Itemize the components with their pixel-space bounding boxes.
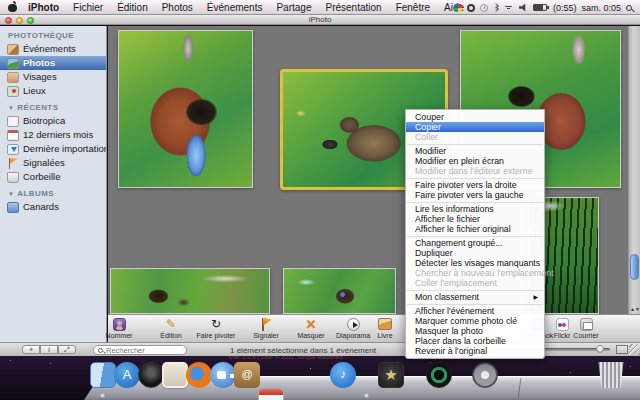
dock-app-store-icon[interactable]: A (114, 362, 140, 388)
flag-icon (7, 158, 19, 169)
section-header-phototheque: PHOTOTHÈQUE (0, 26, 106, 42)
menu-item-afficher-fichier[interactable]: Afficher le fichier (406, 214, 544, 224)
context-menu: Couper Copier Coller Modifier Modifier e… (405, 109, 545, 359)
sidebar-item-12-derniers-mois[interactable]: 12 derniers mois (0, 128, 106, 142)
menu-item-lire-informations[interactable]: Lire les informations (406, 204, 544, 214)
menu-item-marquer-photo-cle[interactable]: Marquer comme photo clé (406, 316, 544, 326)
dock-firefox-icon[interactable] (186, 362, 212, 388)
menu-item-afficher-evenement[interactable]: Afficher l'événement (406, 306, 544, 316)
menu-evenements[interactable]: Événements (200, 0, 270, 15)
sidebar-item-photos[interactable]: Photos (0, 56, 106, 70)
zoom-window-button[interactable] (27, 17, 34, 24)
menu-item-modifier-editeur-externe: Modifier dans l'éditeur externe (406, 166, 544, 176)
menu-item-masquer-photo[interactable]: Masquer la photo (406, 326, 544, 336)
info-button[interactable]: i (40, 345, 58, 354)
close-window-button[interactable] (5, 17, 12, 24)
dock-imovie-icon[interactable]: ★ (378, 362, 404, 388)
photo-thumbnail-duck-swimming[interactable] (283, 268, 396, 314)
scrollbar-thumb[interactable] (630, 254, 639, 280)
book-button[interactable]: Livre (359, 317, 411, 339)
ring-menu-icon[interactable] (467, 4, 475, 12)
menu-bar: iPhoto Fichier Édition Photos Événements… (0, 0, 640, 15)
spotlight-search-icon[interactable] (626, 5, 632, 11)
menu-separator (407, 178, 543, 179)
menu-item-couper[interactable]: Couper (406, 112, 544, 122)
menu-presentation[interactable]: Présentation (318, 0, 388, 15)
trash-icon (7, 172, 19, 183)
menu-item-changement-groupe[interactable]: Changement groupé... (406, 238, 544, 248)
photo-thumbnail-ducks-swimming[interactable] (110, 268, 270, 314)
mail-button[interactable]: Courrier (560, 317, 612, 339)
dock-facetime-icon[interactable] (210, 362, 236, 388)
sidebar-item-signalees[interactable]: Signalées (0, 156, 106, 170)
name-button[interactable]: Nommer (93, 317, 145, 339)
scrollbar-arrows-icon[interactable]: ▲▼ (629, 306, 640, 312)
menu-item-pivoter-gauche[interactable]: Faire pivoter vers la gauche (406, 190, 544, 200)
menu-item-revenir-original[interactable]: Revenir à l'original (406, 346, 544, 356)
flag-icon (260, 318, 272, 331)
menu-edition[interactable]: Édition (110, 0, 155, 15)
menu-item-detecter-visages[interactable]: Détecter les visages manquants (406, 258, 544, 268)
menu-iphoto[interactable]: iPhoto (21, 0, 66, 15)
dock-system-preferences-icon[interactable] (472, 362, 498, 388)
menu-photos[interactable]: Photos (155, 0, 200, 15)
dock-itunes-icon[interactable]: ♪ (330, 362, 356, 388)
rotate-button[interactable]: ↻ Faire pivoter (190, 317, 242, 339)
menu-item-modifier[interactable]: Modifier (406, 146, 544, 156)
search-input[interactable] (106, 346, 178, 355)
wifi-icon[interactable] (503, 4, 514, 12)
mail-icon (580, 318, 593, 331)
menu-item-afficher-fichier-original[interactable]: Afficher le fichier original (406, 224, 544, 234)
dock-mail-icon[interactable] (162, 362, 188, 388)
pencil-icon: ✎ (166, 318, 176, 330)
window-title: iPhoto (309, 15, 332, 24)
dock-dashboard-icon[interactable] (138, 362, 164, 388)
sidebar-item-lieux[interactable]: Lieux (0, 84, 106, 98)
colorful-app-menu-icon[interactable] (454, 4, 462, 12)
sidebar-item-corbeille[interactable]: Corbeille (0, 170, 106, 184)
sidebar-item-evenements[interactable]: Événements (0, 42, 106, 56)
minimize-window-button[interactable] (16, 17, 23, 24)
zoom-slider-knob[interactable] (596, 345, 604, 353)
battery-time[interactable]: (0:55) (553, 3, 577, 13)
window-title-bar[interactable]: iPhoto (0, 15, 640, 25)
search-field[interactable] (93, 345, 187, 355)
dock-time-machine-icon[interactable] (426, 362, 452, 388)
fullscreen-button[interactable]: ⤢ (58, 345, 76, 354)
vertical-scrollbar[interactable]: ▲▼ (628, 26, 640, 314)
hide-x-icon: ✕ (306, 318, 317, 331)
dock-finder-icon[interactable] (90, 362, 116, 388)
menu-item-placer-corbeille[interactable]: Placer dans la corbeille (406, 336, 544, 346)
menu-clock[interactable]: sam. 0:05 (581, 3, 621, 13)
clock-menu-icon[interactable] (480, 4, 488, 12)
battery-icon[interactable] (533, 4, 547, 11)
photo-thumbnail-duck-blue-bill[interactable] (118, 30, 253, 188)
places-icon (7, 86, 19, 97)
resize-grip[interactable] (629, 344, 640, 355)
apple-menu-icon[interactable] (8, 2, 17, 12)
sidebar-item-biotropica[interactable]: Biotropica (0, 114, 106, 128)
menu-item-copier[interactable]: Copier (406, 122, 544, 132)
bluetooth-icon[interactable] (493, 3, 498, 12)
disclosure-triangle-icon[interactable]: ▼ (8, 191, 14, 197)
menu-item-modifier-plein-ecran[interactable]: Modifier en plein écran (406, 156, 544, 166)
menu-item-mon-classement[interactable]: Mon classement ▶ (406, 292, 544, 302)
faces-icon (7, 72, 19, 83)
menu-item-dupliquer[interactable]: Dupliquer (406, 248, 544, 258)
dock-ical-icon[interactable]: 22 (258, 388, 284, 400)
menu-partage[interactable]: Partage (269, 0, 318, 15)
volume-icon[interactable] (519, 4, 528, 12)
menu-item-pivoter-droite[interactable]: Faire pivoter vers la droite (406, 180, 544, 190)
submenu-arrow-icon: ▶ (533, 292, 538, 302)
menu-separator (407, 304, 543, 305)
disclosure-triangle-icon[interactable]: ▼ (8, 105, 14, 111)
desktop-screen: iPhoto Fichier Édition Photos Événements… (0, 0, 640, 400)
sidebar-item-canards[interactable]: Canards (0, 200, 106, 214)
menu-separator (407, 236, 543, 237)
sidebar-item-visages[interactable]: Visages (0, 70, 106, 84)
sidebar-item-derniere-importation[interactable]: Dernière importation (0, 142, 106, 156)
menu-fichier[interactable]: Fichier (66, 0, 110, 15)
add-album-button[interactable]: + (22, 345, 40, 354)
menu-fenetre[interactable]: Fenêtre (389, 0, 437, 15)
dock-address-book-icon[interactable]: @ (234, 362, 260, 388)
